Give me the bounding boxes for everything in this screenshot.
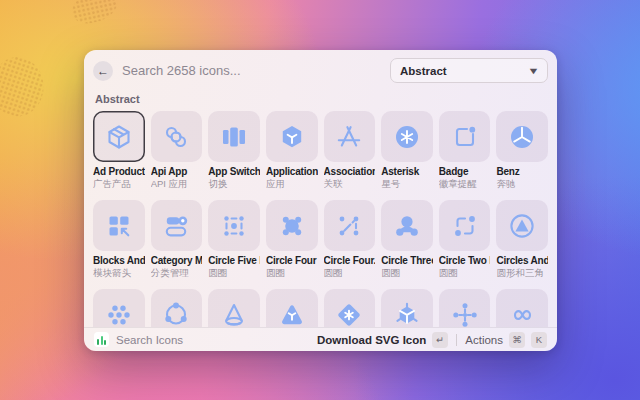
icon-name-zh: 圆圈 xyxy=(439,267,491,280)
footer-divider xyxy=(456,334,457,346)
icon-name: Asterisk xyxy=(381,166,433,177)
ad-product-icon[interactable] xyxy=(93,111,145,162)
icon-cell-asterisk[interactable]: Asterisk星号 xyxy=(381,111,433,191)
application-icon[interactable] xyxy=(266,111,318,162)
circle-five-line-icon[interactable] xyxy=(208,200,260,251)
icon-cell-ad-product[interactable]: Ad Product广告产品 xyxy=(93,111,145,191)
download-svg-action[interactable]: Download SVG Icon xyxy=(317,334,426,346)
back-button[interactable]: ← xyxy=(93,61,113,81)
icon-name-zh: 圆圈 xyxy=(381,267,433,280)
icon-name: Circle Three xyxy=(381,255,433,266)
icon-name-zh: 圆圈 xyxy=(208,267,260,280)
icon-name-zh: 圆圈 xyxy=(266,267,318,280)
window-footer: Search Icons Download SVG Icon ↵ Actions… xyxy=(84,327,557,351)
icon-name-zh: 模块箭头 xyxy=(93,267,145,280)
category-dropdown-value: Abstract xyxy=(400,65,447,77)
icon-cell-triangle-y[interactable] xyxy=(266,289,318,327)
icon-cell-circle-three[interactable]: Circle Three圆圈 xyxy=(381,200,433,280)
icon-cell-badge[interactable]: Badge徽章提醒 xyxy=(439,111,491,191)
dots-cluster-icon[interactable] xyxy=(93,289,145,327)
icon-name-zh: 奔驰 xyxy=(496,178,548,191)
icon-cell-infinity[interactable] xyxy=(496,289,548,327)
icon-name: Blocks And... xyxy=(93,255,145,266)
icon-cell-circle-four-line[interactable]: Circle Four...圆圈 xyxy=(324,200,376,280)
icon-cell-circle-two-line[interactable]: Circle Two L...圆圈 xyxy=(439,200,491,280)
icon-name-zh: 星号 xyxy=(381,178,433,191)
icon-cell-category-management[interactable]: Category M...分类管理 xyxy=(151,200,203,280)
icon-name-zh: API 应用 xyxy=(151,178,203,191)
icon-cell-cube-spikes[interactable] xyxy=(381,289,433,327)
icon-cell-association[interactable]: Association关联 xyxy=(324,111,376,191)
halftone-pattern xyxy=(0,51,52,122)
command-key-icon: ⌘ xyxy=(509,332,525,348)
icon-cell-cone[interactable] xyxy=(208,289,260,327)
icon-cell-circle-five-line[interactable]: Circle Five L...圆圈 xyxy=(208,200,260,280)
asterisk-icon[interactable] xyxy=(381,111,433,162)
icon-name: Circles And... xyxy=(496,255,548,266)
app-switch-icon[interactable] xyxy=(208,111,260,162)
icon-name: Badge xyxy=(439,166,491,177)
icon-cell-move-dots[interactable] xyxy=(439,289,491,327)
halftone-pattern xyxy=(69,0,120,26)
icon-cell-application[interactable]: Application...应用 xyxy=(266,111,318,191)
diamond-asterisk-icon[interactable] xyxy=(324,289,376,327)
circle-three-nodes-icon[interactable] xyxy=(151,289,203,327)
icon-cell-app-switch[interactable]: App Switch切换 xyxy=(208,111,260,191)
icon-name-zh: 圆形和三角 xyxy=(496,267,548,280)
enter-key-icon: ↵ xyxy=(432,332,448,348)
circle-four-icon[interactable] xyxy=(266,200,318,251)
cone-icon[interactable] xyxy=(208,289,260,327)
icon-cell-diamond-asterisk[interactable] xyxy=(324,289,376,327)
icon-name: Circle Four xyxy=(266,255,318,266)
icon-cell-dots-cluster[interactable] xyxy=(93,289,145,327)
results-area: Abstract Ad Product广告产品Api AppAPI 应用App … xyxy=(84,87,557,327)
icon-name: Circle Four... xyxy=(324,255,376,266)
icon-cell-circle-four[interactable]: Circle Four圆圈 xyxy=(266,200,318,280)
icon-search-window: ← Abstract ▼ Abstract Ad Product广告产品Api … xyxy=(84,50,557,351)
icon-name-zh: 关联 xyxy=(324,178,376,191)
category-management-icon[interactable] xyxy=(151,200,203,251)
chevron-down-icon: ▼ xyxy=(527,66,539,76)
icon-name-zh: 分类管理 xyxy=(151,267,203,280)
icon-name: Ad Product xyxy=(93,166,145,177)
footer-actions: Download SVG Icon ↵ Actions ⌘ K xyxy=(317,332,547,348)
icon-cell-circles-and-triangles[interactable]: Circles And...圆形和三角 xyxy=(496,200,548,280)
icon-cell-blocks-and-arrows[interactable]: Blocks And...模块箭头 xyxy=(93,200,145,280)
window-header: ← Abstract ▼ xyxy=(84,50,557,87)
icon-cell-api-app[interactable]: Api AppAPI 应用 xyxy=(151,111,203,191)
icon-name-zh: 圆圈 xyxy=(324,267,376,280)
triangle-y-icon[interactable] xyxy=(266,289,318,327)
association-icon[interactable] xyxy=(324,111,376,162)
cube-spikes-icon[interactable] xyxy=(381,289,433,327)
icon-name: Benz xyxy=(496,166,548,177)
blocks-and-arrows-icon[interactable] xyxy=(93,200,145,251)
footer-app-name: Search Icons xyxy=(116,334,310,346)
icon-name-zh: 应用 xyxy=(266,178,318,191)
section-title: Abstract xyxy=(95,93,548,105)
actions-menu-button[interactable]: Actions xyxy=(465,334,503,346)
icon-name: Api App xyxy=(151,166,203,177)
icon-name-zh: 徽章提醒 xyxy=(439,178,491,191)
benz-icon[interactable] xyxy=(496,111,548,162)
icon-name: Association xyxy=(324,166,376,177)
circle-three-icon[interactable] xyxy=(381,200,433,251)
iconpark-logo xyxy=(94,332,109,347)
arrow-left-icon: ← xyxy=(97,65,109,77)
icon-name: Application... xyxy=(266,166,318,177)
search-input[interactable] xyxy=(122,63,381,78)
infinity-icon[interactable] xyxy=(496,289,548,327)
icon-name: Circle Two L... xyxy=(439,255,491,266)
circles-and-triangles-icon[interactable] xyxy=(496,200,548,251)
move-dots-icon[interactable] xyxy=(439,289,491,327)
icon-cell-benz[interactable]: Benz奔驰 xyxy=(496,111,548,191)
icon-name-zh: 切换 xyxy=(208,178,260,191)
circle-four-line-icon[interactable] xyxy=(324,200,376,251)
api-app-icon[interactable] xyxy=(151,111,203,162)
circle-two-line-icon[interactable] xyxy=(439,200,491,251)
category-dropdown[interactable]: Abstract ▼ xyxy=(390,58,548,83)
badge-icon[interactable] xyxy=(439,111,491,162)
icon-name: Circle Five L... xyxy=(208,255,260,266)
k-key-icon: K xyxy=(531,332,547,348)
icon-name: Category M... xyxy=(151,255,203,266)
icon-cell-circle-three-nodes[interactable] xyxy=(151,289,203,327)
